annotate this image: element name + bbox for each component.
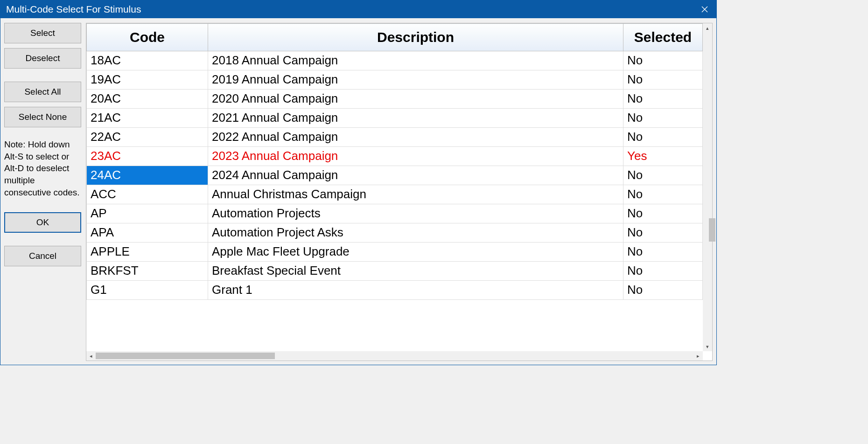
vscroll-thumb[interactable] — [709, 218, 715, 242]
cell-description[interactable]: 2022 Annual Campaign — [208, 128, 623, 147]
hscroll-thumb[interactable] — [96, 353, 275, 359]
cell-selected[interactable]: No — [623, 70, 703, 90]
sidebar: Select Deselect Select All Select None N… — [4, 23, 81, 361]
cell-description[interactable]: Annual Christmas Campaign — [208, 185, 623, 204]
cell-code[interactable]: 18AC — [87, 51, 208, 70]
table-row[interactable]: ACCAnnual Christmas CampaignNo — [87, 185, 703, 204]
cell-selected[interactable]: No — [623, 281, 703, 300]
spacer — [4, 237, 81, 246]
cell-code[interactable]: 21AC — [87, 109, 208, 128]
cell-description[interactable]: 2018 Annual Campaign — [208, 51, 623, 70]
titlebar: Multi-Code Select For Stimulus — [0, 0, 716, 18]
cell-code[interactable]: G1 — [87, 281, 208, 300]
hscroll-track[interactable] — [96, 351, 693, 361]
cell-description[interactable]: 2024 Annual Campaign — [208, 166, 623, 185]
scroll-right-icon[interactable]: ▸ — [693, 351, 703, 361]
cell-description[interactable]: 2023 Annual Campaign — [208, 147, 623, 166]
cell-code[interactable]: BRKFST — [87, 262, 208, 281]
cell-code[interactable]: 23AC — [87, 147, 208, 166]
col-header-description[interactable]: Description — [208, 24, 623, 51]
cell-selected[interactable]: No — [623, 204, 703, 223]
cell-code[interactable]: 20AC — [87, 90, 208, 109]
cell-selected[interactable]: No — [623, 185, 703, 204]
cell-selected[interactable]: No — [623, 223, 703, 243]
vertical-scrollbar[interactable]: ▴ ▾ — [703, 23, 712, 351]
col-header-code[interactable]: Code — [87, 24, 208, 51]
cell-code[interactable]: AP — [87, 204, 208, 223]
cell-description[interactable]: Automation Project Asks — [208, 223, 623, 243]
select-button[interactable]: Select — [4, 23, 81, 43]
cell-description[interactable]: 2020 Annual Campaign — [208, 90, 623, 109]
deselect-button[interactable]: Deselect — [4, 48, 81, 69]
spacer — [4, 73, 81, 82]
table-row[interactable]: G1Grant 1No — [87, 281, 703, 300]
client-area: Select Deselect Select All Select None N… — [0, 18, 716, 365]
cell-selected[interactable]: No — [623, 128, 703, 147]
cell-selected[interactable]: No — [623, 51, 703, 70]
scroll-up-icon[interactable]: ▴ — [703, 23, 712, 33]
cell-description[interactable]: Grant 1 — [208, 281, 623, 300]
cell-selected[interactable]: No — [623, 90, 703, 109]
cell-code[interactable]: APA — [87, 223, 208, 243]
table-row[interactable]: 18AC2018 Annual CampaignNo — [87, 51, 703, 70]
select-none-button[interactable]: Select None — [4, 107, 81, 127]
cell-selected[interactable]: Yes — [623, 147, 703, 166]
cell-code[interactable]: 24AC — [87, 166, 208, 185]
table-row[interactable]: APPLEApple Mac Fleet UpgradeNo — [87, 243, 703, 262]
table-row[interactable]: BRKFSTBreakfast Special EventNo — [87, 262, 703, 281]
ok-button[interactable]: OK — [4, 212, 81, 233]
window-title: Multi-Code Select For Stimulus — [6, 4, 141, 15]
cell-description[interactable]: 2021 Annual Campaign — [208, 109, 623, 128]
cell-code[interactable]: 22AC — [87, 128, 208, 147]
cell-description[interactable]: Automation Projects — [208, 204, 623, 223]
select-all-button[interactable]: Select All — [4, 82, 81, 102]
table-row[interactable]: 24AC2024 Annual CampaignNo — [87, 166, 703, 185]
cell-code[interactable]: APPLE — [87, 243, 208, 262]
horizontal-scrollbar[interactable]: ◂ ▸ — [86, 351, 703, 361]
table-header-row: Code Description Selected — [87, 24, 703, 51]
table-row[interactable]: 22AC2022 Annual CampaignNo — [87, 128, 703, 147]
cancel-button[interactable]: Cancel — [4, 246, 81, 266]
table-row[interactable]: 20AC2020 Annual CampaignNo — [87, 90, 703, 109]
cell-selected[interactable]: No — [623, 243, 703, 262]
close-icon — [701, 6, 708, 13]
cell-code[interactable]: ACC — [87, 185, 208, 204]
cell-selected[interactable]: No — [623, 262, 703, 281]
dialog-window: Multi-Code Select For Stimulus Select De… — [0, 0, 717, 365]
cell-description[interactable]: 2019 Annual Campaign — [208, 70, 623, 90]
hint-note: Note: Hold down Alt-S to select or Alt-D… — [4, 139, 81, 198]
table-row[interactable]: APAutomation ProjectsNo — [87, 204, 703, 223]
codes-table[interactable]: Code Description Selected 18AC2018 Annua… — [86, 23, 703, 300]
close-button[interactable] — [693, 0, 716, 18]
table-row[interactable]: 23AC2023 Annual CampaignYes — [87, 147, 703, 166]
grid-container: Code Description Selected 18AC2018 Annua… — [86, 23, 713, 361]
cell-selected[interactable]: No — [623, 166, 703, 185]
col-header-selected[interactable]: Selected — [623, 24, 703, 51]
cell-selected[interactable]: No — [623, 109, 703, 128]
scroll-left-icon[interactable]: ◂ — [86, 351, 96, 361]
table-row[interactable]: 21AC2021 Annual CampaignNo — [87, 109, 703, 128]
scroll-down-icon[interactable]: ▾ — [703, 342, 712, 351]
cell-description[interactable]: Breakfast Special Event — [208, 262, 623, 281]
cell-description[interactable]: Apple Mac Fleet Upgrade — [208, 243, 623, 262]
grid-viewport: Code Description Selected 18AC2018 Annua… — [86, 23, 703, 351]
table-row[interactable]: 19AC2019 Annual CampaignNo — [87, 70, 703, 90]
cell-code[interactable]: 19AC — [87, 70, 208, 90]
table-row[interactable]: APAAutomation Project AsksNo — [87, 223, 703, 243]
